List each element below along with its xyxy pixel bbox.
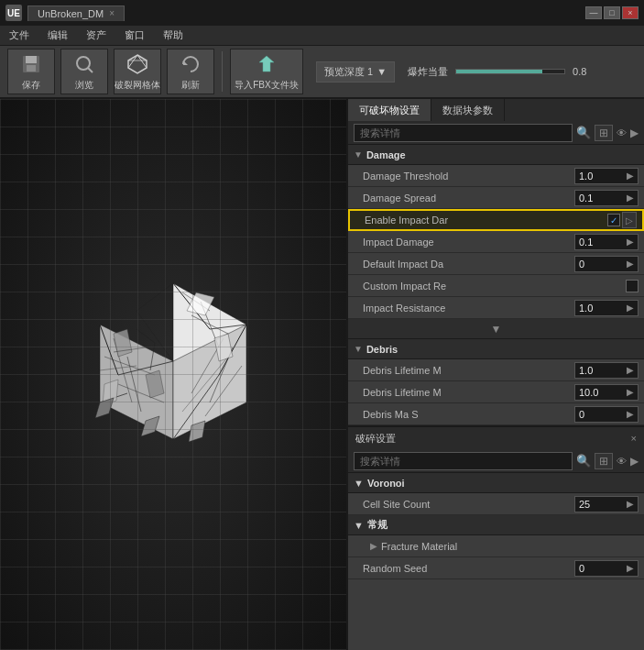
svg-marker-37 bbox=[214, 334, 233, 361]
bottom-search-icon[interactable]: 🔍 bbox=[576, 454, 591, 468]
prop-impact-resistance: Impact Resistance 1.0 ▶ bbox=[348, 297, 644, 319]
title-tab-close[interactable]: × bbox=[109, 8, 115, 18]
svg-line-17 bbox=[136, 311, 173, 361]
svg-marker-41 bbox=[141, 416, 159, 436]
impact-damage-value[interactable]: 0.1 ▶ bbox=[574, 234, 639, 250]
impact-damage-label: Impact Damage bbox=[363, 237, 574, 248]
damage-section-header[interactable]: ▼ Damage bbox=[348, 145, 644, 165]
svg-line-46 bbox=[146, 347, 164, 357]
debris-lifetime-min-value[interactable]: 1.0 ▶ bbox=[574, 362, 639, 379]
tab-destructible-settings[interactable]: 可破坏物设置 bbox=[348, 99, 431, 121]
voronoi-section-header[interactable]: ▼ Voronoi bbox=[348, 473, 644, 493]
save-label: 保存 bbox=[22, 79, 40, 92]
bottom-search-input[interactable] bbox=[354, 452, 573, 470]
title-tab[interactable]: UnBroken_DM × bbox=[27, 6, 125, 21]
import-button[interactable]: 导入FBX文件块 bbox=[230, 49, 303, 94]
prop-impact-damage: Impact Damage 0.1 ▶ bbox=[348, 231, 644, 253]
toolbar: 保存 浏览 破裂网格体 刷新 导入FBX文件块 预览深度 1 ▼ 爆炸当量 bbox=[0, 46, 644, 99]
preview-depth-button[interactable]: 预览深度 1 ▼ bbox=[316, 61, 395, 83]
top-eye-btn[interactable]: 👁 bbox=[617, 127, 627, 138]
general-section-title: 常规 bbox=[367, 518, 387, 532]
svg-marker-42 bbox=[189, 421, 205, 442]
tab-chunk-params[interactable]: 数据块参数 bbox=[431, 99, 505, 121]
browse-label: 浏览 bbox=[75, 79, 93, 92]
title-bar-left: UE UnBroken_DM × bbox=[5, 5, 125, 21]
svg-line-18 bbox=[201, 302, 219, 347]
enable-impact-expand[interactable]: ▷ bbox=[622, 212, 637, 228]
custom-impact-checkbox[interactable] bbox=[626, 280, 639, 292]
top-props-list: ▼ Damage Damage Threshold 1.0 ▶ Damage S… bbox=[348, 145, 644, 425]
svg-line-43 bbox=[136, 329, 155, 343]
save-button[interactable]: 保存 bbox=[7, 49, 55, 94]
debris-section-header[interactable]: ▼ Debris bbox=[348, 339, 644, 359]
bottom-panel-arrow[interactable]: ▶ bbox=[630, 455, 639, 468]
right-panels: 可破坏物设置 数据块参数 🔍 ⊞ 👁 ▶ ▼ Damag bbox=[348, 99, 644, 650]
enable-impact-checkbox[interactable] bbox=[607, 214, 620, 226]
svg-line-31 bbox=[210, 347, 233, 402]
impact-resistance-val: 1.0 bbox=[579, 303, 593, 314]
menu-asset[interactable]: 资产 bbox=[82, 28, 110, 42]
debris-arrow-icon: ▼ bbox=[354, 344, 363, 354]
win-maximize-btn[interactable]: □ bbox=[604, 6, 620, 19]
svg-marker-35 bbox=[187, 292, 214, 315]
bottom-view-toggle[interactable]: ⊞ bbox=[595, 453, 613, 469]
menu-window[interactable]: 窗口 bbox=[121, 28, 148, 42]
svg-line-14 bbox=[173, 283, 210, 329]
debris-lifetime-max-value[interactable]: 10.0 ▶ bbox=[574, 384, 639, 401]
top-view-toggle[interactable]: ⊞ bbox=[595, 125, 613, 141]
svg-line-7 bbox=[137, 55, 147, 68]
explosion-slider[interactable] bbox=[455, 69, 565, 74]
viewport[interactable] bbox=[0, 99, 348, 650]
panel-fracture-close[interactable]: × bbox=[624, 433, 644, 444]
bottom-eye-btn[interactable]: 👁 bbox=[617, 456, 627, 467]
tab-destructible-label: 可破坏物设置 bbox=[359, 104, 420, 117]
win-minimize-btn[interactable]: — bbox=[585, 6, 602, 19]
svg-line-34 bbox=[182, 357, 228, 412]
svg-marker-38 bbox=[146, 370, 164, 398]
random-seed-value[interactable]: 0 ▶ bbox=[574, 560, 639, 577]
fracture-material-label: Fracture Material bbox=[381, 541, 639, 552]
svg-line-45 bbox=[114, 347, 146, 352]
browse-icon bbox=[71, 51, 97, 77]
refresh-button[interactable]: 刷新 bbox=[167, 49, 214, 94]
impact-resistance-arrow: ▶ bbox=[627, 303, 634, 313]
cell-site-count-value[interactable]: 25 ▶ bbox=[574, 496, 639, 512]
explosion-value: 0.8 bbox=[573, 66, 586, 77]
browse-button[interactable]: 浏览 bbox=[60, 49, 108, 94]
top-search-icon[interactable]: 🔍 bbox=[576, 126, 591, 139]
main-content: 可破坏物设置 数据块参数 🔍 ⊞ 👁 ▶ ▼ Damag bbox=[0, 99, 644, 650]
prop-debris-mas: Debris Ma S 0 ▶ bbox=[348, 403, 644, 425]
svg-line-4 bbox=[88, 68, 93, 72]
impact-resistance-value[interactable]: 1.0 ▶ bbox=[574, 300, 639, 316]
import-label: 导入FBX文件块 bbox=[235, 79, 298, 92]
import-icon bbox=[254, 51, 279, 77]
svg-marker-39 bbox=[103, 380, 118, 405]
svg-line-30 bbox=[173, 375, 219, 439]
damage-spread-arrow: ▶ bbox=[627, 193, 634, 203]
debris-lifetime-max-val: 10.0 bbox=[579, 387, 598, 398]
win-close-btn[interactable]: × bbox=[622, 6, 639, 19]
svg-rect-1 bbox=[26, 56, 37, 63]
debris-mas-value[interactable]: 0 ▶ bbox=[574, 406, 639, 423]
damage-threshold-value[interactable]: 1.0 ▶ bbox=[574, 168, 639, 184]
svg-line-20 bbox=[182, 292, 210, 311]
fracture-button[interactable]: 破裂网格体 bbox=[114, 49, 161, 94]
general-section-header[interactable]: ▼ 常规 bbox=[348, 515, 644, 535]
menu-file[interactable]: 文件 bbox=[5, 28, 33, 42]
damage-section-collapse[interactable]: ▼ bbox=[348, 319, 644, 339]
top-search-input[interactable] bbox=[354, 124, 573, 142]
menu-edit[interactable]: 编辑 bbox=[44, 28, 71, 42]
damage-spread-label: Damage Spread bbox=[363, 193, 574, 204]
top-panel-arrow[interactable]: ▶ bbox=[630, 127, 639, 139]
menu-help[interactable]: 帮助 bbox=[159, 28, 187, 42]
default-impact-label: Default Impact Da bbox=[363, 259, 574, 270]
damage-threshold-label: Damage Threshold bbox=[363, 171, 574, 182]
damage-spread-value[interactable]: 0.1 ▶ bbox=[574, 190, 639, 206]
damage-section-title: Damage bbox=[366, 149, 406, 160]
save-icon bbox=[18, 51, 44, 77]
toolbar-separator bbox=[222, 51, 223, 92]
svg-marker-9 bbox=[183, 61, 188, 65]
impact-damage-val: 0.1 bbox=[579, 237, 593, 248]
panel-fracture-title: 破碎设置 bbox=[348, 432, 624, 446]
default-impact-value[interactable]: 0 ▶ bbox=[574, 256, 639, 272]
